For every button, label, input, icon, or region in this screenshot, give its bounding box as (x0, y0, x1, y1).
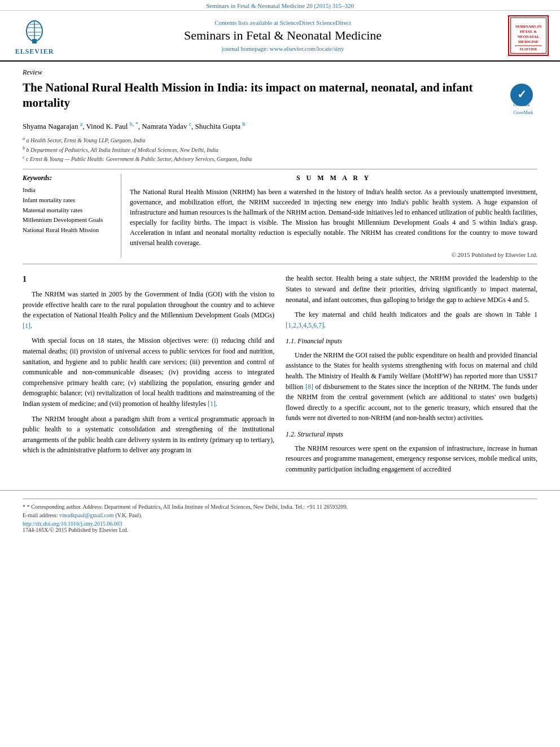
subsection-1-2-label: 1.2. Structural inputs (286, 430, 343, 438)
elsevier-logo: ELSEVIER (9, 15, 60, 56)
email-label: E-mail address: (23, 512, 58, 518)
body-para-1: The NRHM was started in 2005 by the Gove… (23, 289, 274, 331)
main-content: Review The National Rural Health Mission… (0, 62, 560, 490)
structural-para: The NRHM resources were spent on the exp… (286, 443, 537, 475)
right-para-1: the health sector. Health being a state … (286, 273, 537, 305)
corresponding-author-note: * * Corresponding author. Address: Depar… (23, 504, 537, 510)
keyword-india: India (23, 185, 112, 195)
footer-divider (23, 499, 537, 499)
ref-8[interactable]: [8] (305, 383, 313, 391)
left-column: 1 The NRHM was started in 2005 by the Go… (23, 273, 274, 479)
summary-column: S U M M A R Y The National Rural Health … (130, 174, 537, 258)
body-para-2: With special focus on 18 states, the Mis… (23, 335, 274, 409)
divider-1 (23, 169, 537, 169)
svg-text:✓: ✓ (517, 88, 527, 101)
contents-available-line: Contents lists available at ScienceDirec… (60, 19, 506, 26)
ref-1[interactable]: [1] (23, 322, 30, 330)
keywords-list: India Infant mortality rates Maternal mo… (23, 185, 112, 235)
affiliation-b: b b Department of Pediatrics, All India … (23, 145, 537, 154)
journal-title: Seminars in Fetal & Neonatal Medicine (60, 28, 506, 43)
svg-text:ELSEVIER: ELSEVIER (520, 47, 537, 51)
review-label: Review (23, 68, 537, 77)
financial-para: Under the NRHM the GOI raised the public… (286, 350, 537, 423)
keywords-column: Keywords: India Infant mortality rates M… (23, 174, 121, 258)
contents-text: Contents lists available at (215, 19, 278, 26)
keywords-label: Keywords: (23, 174, 112, 182)
svg-text:FETAL &: FETAL & (520, 29, 537, 34)
affiliation-c: c c Ernst & Young — Public Health: Gover… (23, 154, 537, 163)
science-direct-text: ScienceDirect (316, 19, 351, 26)
journal-citation: Seminars in Fetal & Neonatal Medicine 20… (0, 0, 560, 11)
email-note: E-mail address: vinodkpaul@gmail.com (V.… (23, 512, 537, 518)
keyword-mdg: Millennium Development Goals (23, 215, 112, 225)
body-columns: 1 The NRHM was started in 2005 by the Go… (23, 273, 537, 490)
svg-text:CrossMark: CrossMark (513, 103, 530, 107)
journal-logo-right: SEMINARS IN FETAL & NEONATAL MEDICINE EL… (506, 15, 551, 56)
email-note-text: (V.K. Paul). (115, 512, 142, 518)
elsevier-wordmark: ELSEVIER (15, 47, 54, 56)
ref-1b[interactable]: [1] (208, 400, 216, 408)
subsection-1-1-heading: 1.1. Financial inputs (286, 336, 537, 347)
divider-2 (23, 264, 537, 264)
doi-text: http://dx.doi.org/10.1016/j.siny.2015.06… (23, 521, 123, 527)
journal-logo-box: SEMINARS IN FETAL & NEONATAL MEDICINE EL… (508, 15, 549, 56)
crossmark-label: CrossMark (509, 110, 537, 115)
subsection-1-1-label: 1.1. Financial inputs (286, 337, 342, 345)
journal-header: ELSEVIER Contents lists available at Sci… (0, 11, 560, 62)
svg-text:NEONATAL: NEONATAL (518, 34, 540, 39)
copyright-line: © 2015 Published by Elsevier Ltd. (130, 251, 537, 258)
keyword-maternal: Maternal mortality rates (23, 206, 112, 216)
body-para-3: The NRHM brought about a paradigm shift … (23, 414, 274, 456)
journal-center-info: Contents lists available at ScienceDirec… (60, 19, 506, 52)
science-direct-link[interactable]: ScienceDirect (280, 19, 315, 26)
issn-line: 1744-165X/© 2015 Published by Elsevier L… (23, 527, 537, 533)
subsection-1-2-heading: 1.2. Structural inputs (286, 429, 537, 440)
page-footer: * * Corresponding author. Address: Depar… (0, 490, 560, 539)
keyword-nrhm: National Rural Health Mission (23, 225, 112, 235)
citation-text: Seminars in Fetal & Neonatal Medicine 20… (206, 2, 354, 9)
section-1-number: 1 (23, 273, 274, 286)
right-column: the health sector. Health being a state … (286, 273, 537, 479)
affiliations: a a Health Sector, Ernst & Young LLP, Gu… (23, 136, 537, 163)
elsevier-tree-icon (18, 15, 51, 46)
keyword-infant: Infant mortality rates (23, 195, 112, 206)
article-title-row: The National Rural Health Mission in Ind… (23, 80, 537, 115)
doi-link[interactable]: http://dx.doi.org/10.1016/j.siny.2015.06… (23, 521, 537, 527)
email-address[interactable]: vinodkpaul@gmail.com (59, 512, 114, 518)
svg-text:MEDICINE: MEDICINE (518, 40, 539, 44)
journal-homepage-line: journal homepage: www.elsevier.com/locat… (60, 45, 506, 52)
ref-table1[interactable]: [1,2,3,4,5,6,7] (286, 321, 324, 329)
homepage-label: journal homepage: (222, 45, 268, 52)
article-title: The National Rural Health Mission in Ind… (23, 80, 504, 111)
summary-heading: S U M M A R Y (130, 174, 537, 182)
right-para-2: The key maternal and child health indica… (286, 309, 537, 330)
affiliation-a: a a Health Sector, Ernst & Young LLP, Gu… (23, 136, 537, 145)
authors-line: Shyama Nagarajan a, Vinod K. Paul b, *, … (23, 121, 537, 131)
homepage-url[interactable]: www.elsevier.com/locate/siny (270, 45, 344, 52)
svg-text:SEMINARS IN: SEMINARS IN (515, 24, 541, 29)
summary-text: The National Rural Health Mission (NRHM)… (130, 187, 537, 248)
crossmark-icon: ✓ CrossMark (509, 82, 534, 107)
crossmark-badge[interactable]: ✓ CrossMark CrossMark (509, 82, 537, 115)
footnote-corresponding-text: * Corresponding author. Address: Departm… (27, 504, 348, 510)
summary-section: Keywords: India Infant mortality rates M… (23, 174, 537, 258)
